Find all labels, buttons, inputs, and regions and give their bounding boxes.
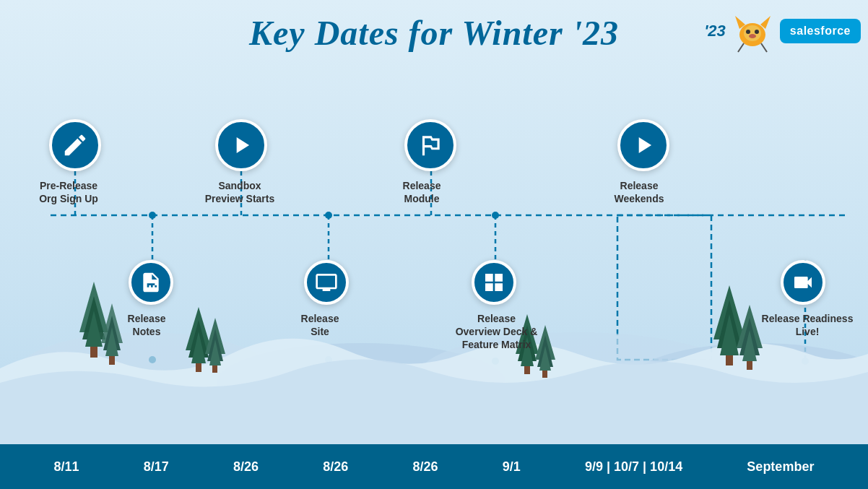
svg-point-5 bbox=[755, 30, 759, 34]
release-readiness-label: Release ReadinessLive! bbox=[750, 312, 865, 338]
svg-point-6 bbox=[749, 34, 756, 38]
svg-rect-40 bbox=[196, 363, 201, 372]
release-site-label: ReleaseSite bbox=[284, 312, 356, 338]
svg-line-7 bbox=[738, 43, 744, 52]
svg-rect-44 bbox=[212, 365, 217, 373]
year-badge: '23 bbox=[704, 22, 726, 40]
release-overview-icon bbox=[472, 260, 516, 305]
svg-point-4 bbox=[746, 30, 750, 34]
date-91: 9/1 bbox=[503, 459, 521, 475]
pre-release-label: Pre-ReleaseOrg Sign Up bbox=[22, 179, 116, 205]
svg-point-16 bbox=[325, 212, 332, 219]
svg-point-12 bbox=[149, 212, 156, 219]
svg-point-20 bbox=[492, 212, 499, 219]
svg-point-3 bbox=[744, 25, 761, 41]
release-notes-label: ReleaseNotes bbox=[107, 312, 186, 338]
pre-release-icon bbox=[49, 119, 101, 171]
release-weekends-icon bbox=[617, 119, 669, 171]
fox-mascot-icon bbox=[729, 7, 776, 54]
svg-rect-60 bbox=[747, 361, 752, 370]
sandbox-preview-icon bbox=[215, 119, 267, 171]
svg-rect-48 bbox=[524, 366, 530, 374]
date-826c: 8/26 bbox=[413, 459, 438, 475]
svg-line-8 bbox=[761, 43, 767, 52]
svg-rect-52 bbox=[542, 371, 547, 378]
date-september: September bbox=[747, 459, 814, 475]
date-release-weekends: 9/9 | 10/7 | 10/14 bbox=[585, 459, 682, 475]
main-container: Key Dates for Winter '23 '23 salesforce bbox=[0, 0, 868, 489]
svg-rect-56 bbox=[726, 355, 733, 365]
salesforce-logo: salesforce bbox=[780, 19, 861, 43]
svg-rect-32 bbox=[90, 347, 97, 358]
svg-rect-36 bbox=[109, 356, 115, 365]
date-817: 8/17 bbox=[144, 459, 169, 475]
date-826a: 8/26 bbox=[233, 459, 259, 475]
release-readiness-icon bbox=[781, 260, 825, 305]
release-module-icon bbox=[404, 119, 456, 171]
logo-area: '23 salesforce bbox=[704, 7, 861, 54]
bottom-date-bar: 8/11 8/17 8/26 8/26 8/26 9/1 9/9 | 10/7 … bbox=[0, 444, 868, 489]
release-site-icon bbox=[304, 260, 349, 305]
release-overview-label: ReleaseOverview Deck &Feature Matrix bbox=[440, 312, 552, 352]
release-module-label: ReleaseModule bbox=[378, 179, 465, 205]
release-notes-icon bbox=[129, 260, 173, 305]
release-weekends-label: ReleaseWeekends bbox=[592, 179, 686, 205]
date-811: 8/11 bbox=[54, 459, 79, 475]
sandbox-preview-label: SandboxPreview Starts bbox=[189, 179, 290, 205]
date-826b: 8/26 bbox=[323, 459, 348, 475]
